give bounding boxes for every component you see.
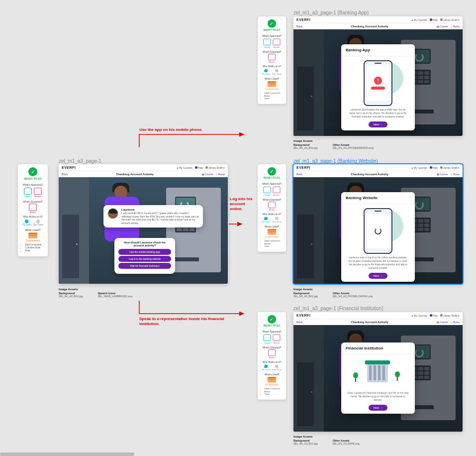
fsteam-icon <box>265 69 268 72</box>
course-link[interactable]: ▦ Course <box>202 173 213 176</box>
course-link[interactable]: ▦ Course <box>437 173 448 176</box>
slide-header: EVERFI ▸My Courses Help James Smith▾ <box>59 164 228 171</box>
media-icon <box>268 349 276 356</box>
my-courses-link[interactable]: ▸My Courses <box>412 18 427 21</box>
modal-title: Financial Institution <box>341 342 415 354</box>
node-title-web: zel_m1_a3_page-1 (Banking Website) <box>293 158 378 164</box>
brand-logo: EVERFI <box>296 314 310 317</box>
fsteam-icon <box>265 364 268 368</box>
assets-label: Assets <box>274 342 280 344</box>
character-text: I only have $7.09 in my account? I guess… <box>121 212 199 225</box>
loading-icon <box>375 228 381 234</box>
lesson-title: Checking Account Activity <box>351 173 388 176</box>
media-icon <box>268 54 276 60</box>
exported-label: What's Exported? <box>263 50 281 53</box>
fsteam-label: FS Team <box>262 368 270 371</box>
layout-icon <box>24 188 32 195</box>
my-courses-link[interactable]: ▸My Courses <box>177 166 192 169</box>
stack-icon <box>268 81 276 88</box>
assets-icon <box>273 335 280 341</box>
back-link[interactable]: Back <box>296 173 302 176</box>
user-menu[interactable]: James Smith▾ <box>205 166 225 169</box>
ready-label: READY TO GO <box>24 177 42 180</box>
modal-fin: Financial Institution Okay, Laurence's f… <box>341 342 415 414</box>
lesson-title: Checking Account Activity <box>351 321 388 324</box>
scene-app: Banking App ! Laurence downloaded the ap… <box>293 29 463 136</box>
assets-icon <box>273 187 280 193</box>
status-panel-main: ✓ READY TO GO What's Approved? Layout As… <box>18 164 48 256</box>
help-icon <box>195 166 197 169</box>
back-link[interactable]: Back <box>296 25 302 28</box>
home-link[interactable]: ⌂ Home <box>451 173 460 176</box>
option-visit[interactable]: Visit his financial institution <box>118 263 171 269</box>
prompt-question: How should Laurence check his account ac… <box>118 241 171 247</box>
exported-label: What's Exported? <box>263 346 281 349</box>
user-menu[interactable]: James Smith▾ <box>440 166 460 169</box>
scene-fin: Financial Institution Okay, Laurence's f… <box>293 325 463 432</box>
lesson-title: Checking Account Activity <box>351 25 388 28</box>
ready-label: READY TO GO <box>264 325 280 328</box>
used-label: What's Used? <box>265 226 279 228</box>
stack-icon <box>268 228 276 235</box>
check-icon: ✓ <box>268 167 276 176</box>
tree-icon <box>353 372 358 381</box>
modal-desc: Okay, Laurence's financial institution i… <box>347 391 409 402</box>
works-label: Who Works on It? <box>23 215 43 218</box>
layout-label: Layout <box>264 342 271 344</box>
used-list: 10gd componentModalTexte <box>260 91 284 100</box>
course-link[interactable]: ▦ Course <box>437 321 448 324</box>
horizontal-scrollbar[interactable] <box>0 453 134 456</box>
next-button[interactable]: Next → <box>369 273 387 279</box>
fsteam-label: FS Team <box>22 224 31 226</box>
assets-fin: Image Assets BackgroundZEL_M1_A3_BG1.jpg… <box>293 435 360 445</box>
check-icon: ✓ <box>28 167 37 176</box>
approved-label: What's Approved? <box>262 330 281 333</box>
character-avatar <box>107 208 118 219</box>
option-website[interactable]: Log in to his banking website <box>118 256 171 262</box>
works-label: Who Works on It? <box>263 65 282 68</box>
arrow-label-fin: Speak to a representative inside his fin… <box>139 317 234 327</box>
user-menu[interactable]: James Smith▾ <box>440 18 460 21</box>
used-label: What's Used? <box>265 78 279 81</box>
back-link[interactable]: Back <box>62 173 68 176</box>
arrow-label-web: Log into his account online. <box>230 197 255 212</box>
home-link[interactable]: ⌂ Home <box>216 173 225 176</box>
devteam-icon <box>276 69 279 72</box>
slide-main[interactable]: EVERFI ▸My Courses Help James Smith▾ Bac… <box>59 164 228 284</box>
my-courses-link[interactable]: ▸My Courses <box>412 166 427 169</box>
node-title-app: zel_m1_a3_page-1 (Banking App) <box>293 10 369 15</box>
assets-heading: Image Assets <box>59 288 132 291</box>
layout-icon <box>263 335 271 341</box>
lesson-title: Checking Account Activity <box>116 173 154 176</box>
components-label: Component(s) <box>265 383 279 386</box>
assets-main: Image Assets BackgroundZEL_M1_A3_BG1.jpg… <box>59 288 132 298</box>
help-link[interactable]: Help <box>430 166 438 169</box>
next-button[interactable]: Next → <box>369 405 387 411</box>
home-link[interactable]: ⌂ Home <box>451 25 460 28</box>
devteam-label: Dev Team <box>272 73 282 75</box>
stack-icon <box>268 376 276 383</box>
course-link[interactable]: ▦ Course <box>437 25 448 28</box>
slide-web[interactable]: EVERFI▸My CoursesHelpJames Smith▾ BackCh… <box>293 164 463 284</box>
my-courses-link[interactable]: ▸My Courses <box>412 314 427 317</box>
back-link[interactable]: Back <box>296 321 302 324</box>
brand-logo: EVERFI <box>296 166 310 169</box>
arrow-label-app: Use the app on his mobile phone. <box>139 127 203 132</box>
slide-fin[interactable]: EVERFI▸My CoursesHelpJames Smith▾ BackCh… <box>293 312 463 432</box>
user-menu[interactable]: James Smith▾ <box>440 314 460 317</box>
exported-label: What's Exported? <box>263 198 281 201</box>
home-link[interactable]: ⌂ Home <box>451 321 460 324</box>
help-link[interactable]: Help <box>430 18 438 21</box>
devteam-icon <box>276 364 279 368</box>
components-label: Component(s) <box>265 88 279 90</box>
next-button[interactable]: Next → <box>369 121 387 127</box>
option-app[interactable]: Use his mobile banking app <box>118 249 171 255</box>
layout-icon <box>263 187 271 193</box>
help-link[interactable]: Help <box>430 314 438 317</box>
slide-app[interactable]: EVERFI▸My CoursesHelpJames Smith▾ BackCh… <box>293 16 463 136</box>
layout-icon <box>263 39 271 45</box>
used-list: 10gd component Container block Texte <box>20 243 46 252</box>
fsteam-icon <box>265 217 268 220</box>
devteam-label: Dev Team <box>272 221 282 223</box>
help-link[interactable]: Help <box>195 166 203 169</box>
